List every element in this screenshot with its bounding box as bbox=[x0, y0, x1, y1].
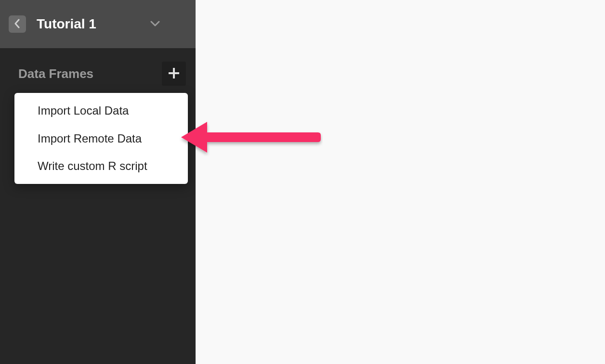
add-data-frame-button[interactable] bbox=[162, 62, 186, 86]
section-title: Data Frames bbox=[18, 66, 93, 81]
data-frames-section: Data Frames bbox=[0, 48, 196, 86]
page-title: Tutorial 1 bbox=[37, 16, 96, 32]
menu-item-import-local[interactable]: Import Local Data bbox=[14, 93, 188, 125]
chevron-down-icon bbox=[150, 20, 160, 28]
svg-rect-1 bbox=[169, 72, 179, 74]
plus-icon bbox=[169, 68, 179, 80]
section-header: Data Frames bbox=[18, 62, 186, 86]
main-content bbox=[196, 0, 605, 364]
project-dropdown-toggle[interactable] bbox=[149, 18, 161, 30]
menu-item-custom-script[interactable]: Write custom R script bbox=[14, 152, 188, 184]
add-data-frame-menu: Import Local Data Import Remote Data Wri… bbox=[14, 93, 188, 184]
sidebar-header: Tutorial 1 bbox=[0, 0, 196, 48]
sidebar: Tutorial 1 Data Frames Import Loc bbox=[0, 0, 196, 364]
chevron-left-icon bbox=[14, 19, 21, 30]
menu-item-import-remote[interactable]: Import Remote Data bbox=[14, 125, 188, 153]
back-button[interactable] bbox=[9, 15, 26, 33]
